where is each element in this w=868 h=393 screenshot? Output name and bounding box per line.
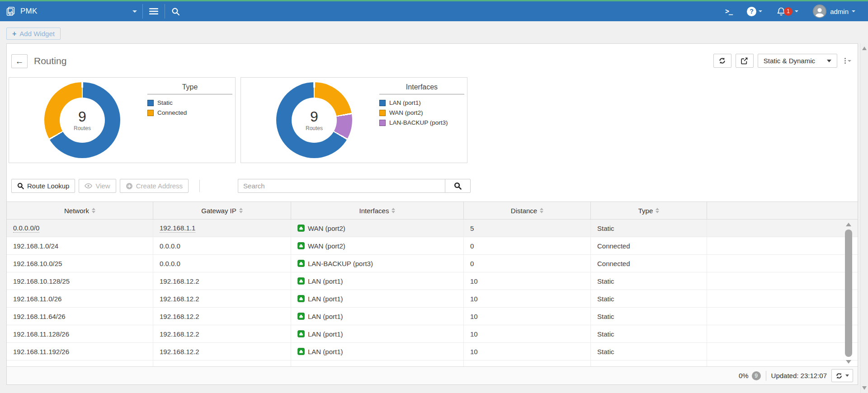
chevron-down-icon — [795, 10, 798, 12]
cell-distance: 5 — [464, 220, 591, 237]
help-menu[interactable]: ? — [741, 7, 769, 16]
legend-swatch — [147, 110, 154, 116]
column-header-type[interactable]: Type — [591, 202, 707, 219]
route-lookup-label: Route Lookup — [27, 182, 69, 190]
view-button[interactable]: View — [79, 179, 116, 193]
device-menu[interactable]: PMK — [0, 1, 142, 21]
legend-label: LAN-BACKUP (port3) — [389, 119, 448, 126]
cell-gateway: 0.0.0.0 — [153, 237, 291, 254]
table-row[interactable]: 192.168.11.64/26192.168.12.2LAN (port1)1… — [7, 308, 858, 325]
cell-type: Static — [591, 220, 707, 237]
legend-entry[interactable]: WAN (port2) — [379, 109, 464, 116]
auto-refresh-dropdown[interactable] — [831, 369, 853, 382]
more-options-button[interactable] — [843, 56, 853, 66]
cell-gateway: 192.168.12.2 — [153, 343, 291, 360]
cell-interface: LAN (port1) — [291, 343, 464, 360]
divider — [199, 180, 200, 192]
search-input[interactable] — [238, 179, 445, 193]
table-row[interactable]: 0.0.0.0/0192.168.1.1WAN (port2)5Static — [7, 220, 858, 237]
plus-circle-icon — [126, 182, 133, 190]
cell-interface: LAN (port1) — [291, 272, 464, 290]
cell-distance: 10 — [464, 325, 591, 342]
legend-title: Type — [147, 83, 232, 94]
column-header-distance[interactable]: Distance — [464, 202, 591, 219]
view-label: View — [95, 182, 110, 190]
add-widget-label: Add Widget — [19, 30, 55, 37]
search-icon — [17, 182, 24, 189]
cell-network: 192.168.11.192/26 — [7, 343, 153, 360]
cell-interface: LAN (port1) — [291, 325, 464, 342]
route-lookup-button[interactable]: Route Lookup — [11, 179, 75, 193]
table-row[interactable]: 192.168.11.0/26192.168.12.2LAN (port1)10… — [7, 290, 858, 308]
legend-label: Static — [157, 99, 173, 106]
donut-center: 9 Routes — [60, 98, 105, 143]
cell-distance: 10 — [464, 343, 591, 360]
interfaces-donut-chart[interactable]: 9 Routes — [276, 82, 352, 158]
scroll-down-arrow-icon[interactable] — [862, 386, 867, 390]
table-row[interactable]: 192.168.1.0/240.0.0.0WAN (port2)0Connect… — [7, 237, 858, 255]
cell-interface: LAN (port1) — [291, 308, 464, 325]
legend-label: LAN (port1) — [389, 99, 421, 106]
cell-gateway: 192.168.1.1 — [153, 220, 291, 237]
table-toolbar: Route Lookup View Create Address — [11, 179, 471, 193]
scroll-up-arrow-icon[interactable] — [862, 47, 867, 50]
global-search-button[interactable] — [165, 1, 186, 21]
menu-toggle-button[interactable] — [143, 1, 165, 21]
widget-header: ← Routing — [7, 44, 858, 76]
refresh-button[interactable] — [713, 54, 731, 68]
legend-entry[interactable]: LAN-BACKUP (port3) — [379, 119, 464, 126]
legend-swatch — [379, 120, 386, 126]
ethernet-port-icon — [297, 348, 305, 355]
eye-icon — [85, 183, 92, 189]
notification-count-badge: 1 — [784, 7, 793, 16]
table-row[interactable]: 192.168.10.128/25192.168.12.2LAN (port1)… — [7, 272, 858, 290]
notifications-menu[interactable]: 1 — [770, 7, 805, 16]
ethernet-port-icon — [297, 330, 305, 337]
cell-gateway: 0.0.0.0 — [153, 255, 291, 272]
back-button[interactable]: ← — [11, 54, 28, 68]
cell-interface: WAN (port2) — [291, 237, 464, 254]
legend-entry[interactable]: LAN (port1) — [379, 99, 464, 106]
cell-gateway: 192.168.12.2 — [153, 290, 291, 307]
donut-total-label: Routes — [306, 125, 323, 131]
cell-network: 192.168.10.0/25 — [7, 255, 153, 272]
table-scrollbar[interactable] — [844, 222, 854, 365]
column-header-network[interactable]: Network — [7, 202, 153, 219]
donut-total-value: 9 — [310, 109, 318, 124]
legend-entry[interactable]: Connected — [147, 109, 232, 116]
legend-entry[interactable]: Static — [147, 99, 232, 106]
help-icon: ? — [747, 7, 756, 16]
sort-icon — [656, 208, 659, 213]
legend-label: Connected — [157, 109, 187, 116]
route-type-chart-card: 9 Routes Type StaticConnected — [9, 77, 236, 163]
column-header-gateway-ip[interactable]: Gateway IP — [153, 202, 291, 219]
legend-swatch — [147, 100, 154, 106]
sort-icon — [92, 208, 95, 213]
legend-swatch — [379, 100, 386, 106]
kebab-icon — [844, 58, 846, 64]
cell-type: Static — [591, 290, 707, 307]
table-row[interactable]: 192.168.11.128/26192.168.12.2LAN (port1)… — [7, 325, 858, 343]
table-row[interactable]: 192.168.10.0/250.0.0.0LAN-BACKUP (port3)… — [7, 255, 858, 272]
open-in-new-window-button[interactable] — [736, 54, 754, 68]
table-row[interactable]: 192.168.11.192/26192.168.12.2LAN (port1)… — [7, 343, 858, 360]
scrollbar-thumb[interactable] — [845, 229, 852, 357]
route-type-filter-dropdown[interactable]: Static & Dynamic — [758, 54, 837, 68]
cli-console-button[interactable]: >_ — [719, 7, 739, 15]
column-header-interfaces[interactable]: Interfaces — [291, 202, 464, 219]
scroll-down-arrow-icon[interactable] — [846, 360, 851, 364]
cell-distance: 0 — [464, 255, 591, 272]
create-address-button[interactable]: Create Address — [120, 179, 189, 193]
cell-interface: LAN-BACKUP (port3) — [291, 255, 464, 272]
search-submit-button[interactable] — [445, 179, 471, 193]
device-logo-icon — [5, 6, 16, 17]
table-header-row: Network Gateway IP Interfaces Distance T… — [7, 201, 858, 220]
route-type-donut-chart[interactable]: 9 Routes — [44, 82, 120, 158]
cell-distance: 10 — [464, 308, 591, 325]
add-widget-button[interactable]: + Add Widget — [6, 28, 61, 40]
scroll-up-arrow-icon[interactable] — [846, 223, 851, 226]
page-scrollbar[interactable] — [860, 43, 868, 393]
cell-empty — [707, 290, 858, 307]
terminal-icon: >_ — [725, 7, 732, 15]
admin-menu[interactable]: admin — [807, 5, 862, 18]
